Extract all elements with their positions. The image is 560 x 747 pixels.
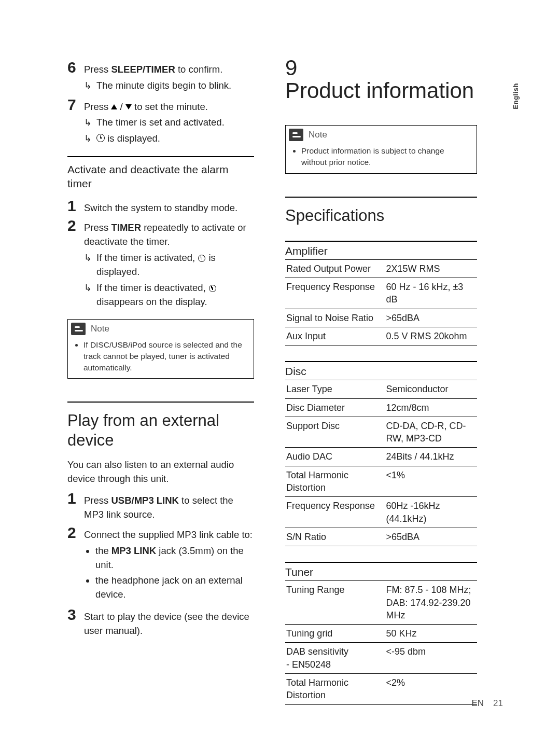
language-tab: English [512, 83, 520, 109]
bullet-item: the headphone jack on an external device… [95, 574, 254, 602]
spec-amplifier: Amplifier Rated Output Power2X15W RMSFre… [285, 241, 477, 345]
spec-value: 12cm/8cm [385, 398, 477, 417]
section-heading: Play from an external device [67, 411, 254, 449]
spec-value: >65dBA [385, 528, 477, 546]
text: Connect the supplied MP3 link cable to: [84, 529, 253, 540]
spec-row: Frequency Response60Hz -16kHz (44.1kHz) [285, 497, 477, 528]
keyword: USB/MP3 LINK [111, 495, 179, 506]
note-item: If DISC/USB/iPod source is selected and … [83, 339, 247, 373]
spec-value: 60 Hz - 16 kHz, ±3 dB [385, 278, 477, 309]
spec-key: Total Harmonic Distortion [285, 466, 385, 497]
spec-row: DAB sensitivity - EN50248<-95 dbm [285, 643, 477, 674]
chapter-heading: 9 Product information [285, 57, 477, 102]
step-text: Start to play the device (see the device… [84, 607, 254, 638]
spec-value: 50 KHz [385, 625, 477, 643]
keyword: TIMER [111, 222, 141, 233]
intro-paragraph: You can also listen to an external audio… [67, 458, 254, 486]
note-label: Note [91, 324, 109, 334]
spec-value: 24Bits / 44.1kHz [385, 448, 477, 466]
section-rule [67, 402, 254, 403]
note-icon [289, 129, 303, 141]
spec-key: Rated Output Power [285, 260, 385, 278]
step-number: 2 [67, 218, 84, 310]
text: to set the minute. [132, 101, 208, 112]
result-arrow-icon: ↳ [84, 281, 96, 309]
step-number: 7 [67, 97, 84, 147]
text: Press [84, 222, 111, 233]
spec-value: >65dBA [385, 309, 477, 327]
spec-row: Support DiscCD-DA, CD-R, CD-RW, MP3-CD [285, 417, 477, 448]
clock-icon [96, 134, 105, 142]
spec-tuner: Tuner Tuning RangeFM: 87.5 - 108 MHz; DA… [285, 562, 477, 704]
alarm-icon [198, 254, 206, 262]
text: / [117, 101, 125, 112]
result-arrow-icon: ↳ [84, 116, 96, 130]
spec-value: <2% [385, 673, 477, 704]
spec-row: Tuning RangeFM: 87.5 - 108 MHz; DAB: 174… [285, 581, 477, 624]
footer-lang: EN [471, 698, 484, 708]
spec-title: Amplifier [285, 241, 477, 260]
step-7: 7 Press / to set the minute. ↳The timer … [67, 97, 254, 147]
down-arrow-icon [125, 104, 132, 109]
right-column: 9 Product information Note Product infor… [285, 60, 477, 705]
result-arrow-icon: ↳ [84, 79, 96, 93]
spec-disc: Disc Laser TypeSemiconductorDisc Diamete… [285, 361, 477, 546]
spec-row: Laser TypeSemiconductor [285, 380, 477, 398]
note-box: Note Product information is subject to c… [285, 125, 477, 173]
step-text: Switch the system to standby mode. [84, 198, 237, 215]
chapter-title: Product information [285, 79, 474, 102]
spec-key: Disc Diameter [285, 398, 385, 417]
result-text: The minute digits begin to blink. [96, 79, 231, 93]
step-number: 6 [67, 60, 84, 94]
spec-value: Semiconductor [385, 380, 477, 398]
alarm-icon [208, 284, 217, 292]
note-item: Product information is subject to change… [301, 145, 470, 168]
page-footer: EN21 [471, 698, 503, 709]
result-text: If the timer is deactivated, disappears … [96, 281, 254, 309]
spec-key: Tuning grid [285, 625, 385, 643]
spec-row: Total Harmonic Distortion<2% [285, 673, 477, 704]
spec-title: Tuner [285, 562, 477, 581]
spec-row: S/N Ratio>65dBA [285, 528, 477, 546]
alarm-step-2: 2 Press TIMER repeatedly to activate or … [67, 218, 254, 310]
keyword: SLEEP/TIMER [111, 64, 175, 75]
section-rule [67, 156, 254, 157]
result-text: If the timer is activated, is displayed. [96, 251, 254, 279]
spec-row: Tuning grid50 KHz [285, 625, 477, 643]
step-number: 1 [67, 491, 84, 522]
spec-value: <1% [385, 466, 477, 497]
section-heading: Specifications [285, 206, 477, 225]
text: to confirm. [175, 64, 223, 75]
spec-title: Disc [285, 361, 477, 380]
text: Press [84, 101, 111, 112]
text: Press [84, 64, 111, 75]
left-column: 6 Press SLEEP/TIMER to confirm. ↳The min… [67, 60, 254, 705]
spec-row: Disc Diameter12cm/8cm [285, 398, 477, 417]
result-arrow-icon: ↳ [84, 251, 96, 279]
spec-value: 0.5 V RMS 20kohm [385, 327, 477, 345]
result-text: The timer is set and activated. [96, 116, 225, 130]
alarm-step-1: 1 Switch the system to standby mode. [67, 198, 254, 215]
subsection-heading: Activate and deactivate the alarm timer [67, 162, 254, 191]
step-number: 3 [67, 607, 84, 638]
spec-value: 2X15W RMS [385, 260, 477, 278]
ext-step-3: 3 Start to play the device (see the devi… [67, 607, 254, 638]
chapter-number: 9 [285, 57, 309, 79]
spec-row: Audio DAC24Bits / 44.1kHz [285, 448, 477, 466]
spec-key: Frequency Response [285, 497, 385, 528]
keyword: MP3 LINK [111, 545, 156, 556]
step-number: 1 [67, 198, 84, 215]
spec-row: Signal to Noise Ratio>65dBA [285, 309, 477, 327]
spec-row: Aux Input0.5 V RMS 20kohm [285, 327, 477, 345]
step-6: 6 Press SLEEP/TIMER to confirm. ↳The min… [67, 60, 254, 94]
section-rule [285, 197, 477, 198]
result-text: is displayed. [96, 132, 225, 146]
spec-value: CD-DA, CD-R, CD-RW, MP3-CD [385, 417, 477, 448]
spec-key: Laser Type [285, 380, 385, 398]
spec-value: 60Hz -16kHz (44.1kHz) [385, 497, 477, 528]
bullet-item: the MP3 LINK jack (3.5mm) on the unit. [95, 544, 254, 572]
text: Press [84, 495, 111, 506]
ext-step-1: 1 Press USB/MP3 LINK to select the MP3 l… [67, 491, 254, 522]
footer-page: 21 [493, 698, 503, 708]
spec-key: Frequency Response [285, 278, 385, 309]
